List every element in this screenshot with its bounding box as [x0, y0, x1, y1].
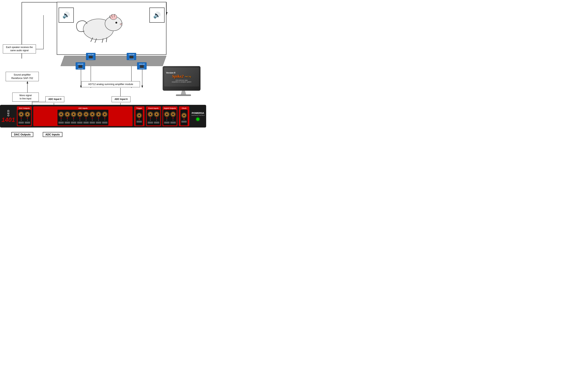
adc-connector-4: 4	[83, 111, 89, 123]
bnc-digital-0	[164, 111, 170, 117]
accel-bl: ADXL335	[76, 62, 85, 70]
trigger-section: Trigger	[134, 106, 144, 126]
led-clock	[184, 119, 185, 120]
adc-label-6: 6	[98, 119, 99, 121]
input-rect-adc-2	[71, 122, 76, 123]
dac-connector-0: 0	[18, 111, 24, 123]
power3a-label: POWER3A	[192, 112, 204, 115]
mono-signal-text: Mono signalto line input	[20, 94, 32, 100]
svg-line-31	[106, 38, 107, 42]
ged-brand: GED	[7, 110, 10, 116]
adc-connector-2: 2	[71, 111, 76, 123]
event-connector-1: 1	[154, 111, 160, 123]
spike2-monitor: Version 8 Spike2 〜/\∿ Life sciences data…	[163, 66, 200, 91]
mono-signal-box: Mono signalto line input	[12, 93, 39, 102]
adc-label-5: 5	[92, 119, 93, 121]
adc-connectors-row: 0 1 2 3	[57, 110, 108, 125]
adc-inputs-title: ADC Inputs	[78, 107, 88, 109]
spike2-version: Version 8	[166, 72, 175, 74]
bnc-adc-0	[58, 111, 64, 117]
speaker-right: 🔊	[149, 8, 164, 23]
input-rect-digital-1	[170, 122, 176, 123]
adc-label-3: 3	[80, 119, 80, 121]
bnc-adc-4	[83, 111, 89, 117]
led-adc-4	[85, 118, 87, 119]
adc-label-0: 0	[61, 119, 61, 121]
accel-tr: ADXL335	[127, 53, 136, 60]
digital-outputs-section: Digital Outputs 0 1	[162, 106, 177, 126]
event-label-0: 0	[150, 119, 151, 121]
adc-label-2: 2	[73, 119, 74, 121]
event-connector-0: 0	[148, 111, 153, 123]
trigger-connector	[136, 113, 142, 122]
power3a-area: POWER3A Laboratory interface	[191, 112, 205, 121]
green-led	[196, 118, 199, 121]
amplifier-line1: Sound amplifier	[8, 73, 37, 76]
spike2-stand	[180, 91, 187, 95]
adc-label-7: 7	[105, 119, 105, 121]
spike2-logo: Spike2 〜/\∿	[172, 74, 191, 79]
clock-connectors	[180, 110, 187, 125]
led-dac-0	[21, 118, 22, 119]
dac-connectors-row: 0 1	[18, 110, 31, 125]
ged-model: 1401	[1, 117, 15, 123]
input-rect-event-1	[154, 122, 159, 123]
trigger-connectors	[135, 110, 143, 125]
bnc-dac-0	[18, 111, 24, 117]
summing-amp-box: AD712 analog summing amplifier module	[81, 81, 140, 87]
dac-label-0: 0	[21, 119, 22, 121]
adc-input-6-text: ADC Input 6	[115, 98, 128, 100]
led-event-1	[156, 118, 157, 119]
event-inputs-title: Event Inputs	[148, 107, 159, 109]
input-rect-adc-0	[58, 122, 64, 123]
adc-connector-0: 0	[58, 111, 64, 123]
led-dac-1	[27, 118, 28, 119]
digital-connector-0: 0	[164, 111, 170, 123]
adc-input-0-box: ADC Input 0	[45, 96, 64, 102]
amplifier-box: Sound amplifier Renkforce SAP-702	[6, 72, 39, 81]
led-adc-7	[104, 118, 105, 119]
spike2-base	[176, 95, 191, 96]
clock-title: Clock	[182, 107, 187, 109]
amplifier-line2: Renkforce SAP-702	[8, 76, 37, 80]
dac-connector-1: 1	[25, 111, 30, 123]
adc-connector-6: 6	[96, 111, 101, 123]
adc-connector-1: 1	[64, 111, 70, 123]
svg-point-24	[120, 24, 122, 25]
led-trigger	[139, 119, 140, 120]
digital-connector-1: 1	[170, 111, 176, 123]
bnc-adc-6	[96, 111, 101, 117]
spike2-software-box: Version 8 Spike2 〜/\∿ Life sciences data…	[163, 66, 204, 97]
ged-label-area: GED 1401	[1, 110, 15, 123]
adc-connector-3: 3	[77, 111, 83, 123]
bnc-adc-7	[102, 111, 107, 117]
accel-br: ADXL335	[137, 62, 147, 70]
svg-point-21	[110, 14, 117, 20]
spike2-tagline: Life sciences dataacquisition & analysis…	[172, 79, 191, 83]
led-adc-1	[67, 118, 68, 119]
led-adc-5	[92, 118, 93, 119]
rat-drawing	[74, 4, 123, 47]
bnc-adc-3	[77, 111, 83, 117]
dac-label-1: 1	[27, 119, 28, 121]
digital-outputs-title: Digital Outputs	[164, 107, 176, 109]
bottom-labels: DAC Outputs ADC Inputs	[11, 132, 144, 137]
bnc-adc-1	[64, 111, 70, 117]
led-digital-1	[172, 118, 174, 119]
digital-label-1: 1	[173, 119, 173, 121]
adc-label-4: 4	[86, 119, 86, 121]
svg-point-23	[116, 22, 117, 23]
speaker-note-text: Each speaker receives the same audio sig…	[6, 46, 33, 52]
led-adc-3	[79, 118, 80, 119]
spike2-screen: Version 8 Spike2 〜/\∿ Life sciences data…	[164, 68, 199, 87]
input-rect-event-0	[148, 122, 153, 123]
speaker-note-box: Each speaker receives the same audio sig…	[3, 44, 36, 53]
adc-input-6-box: ADC Input 6	[112, 96, 131, 102]
input-rect-adc-3	[77, 122, 82, 123]
bnc-adc-2	[71, 111, 76, 117]
bnc-digital-1	[170, 111, 176, 117]
input-rect-digital-0	[164, 122, 169, 123]
input-rect-dac-0	[19, 122, 24, 123]
bnc-dac-1	[25, 111, 30, 117]
dac-outputs-title: DAC Outputs	[19, 107, 30, 109]
